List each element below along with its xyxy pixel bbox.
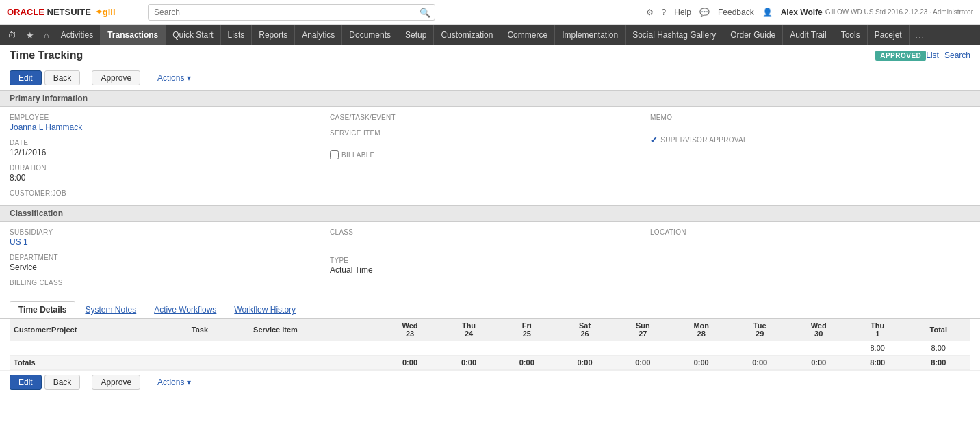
logo-gill: ✦gill <box>95 7 116 17</box>
nav-item-activities[interactable]: Activities <box>54 25 101 45</box>
nav-item-setup[interactable]: Setup <box>398 25 434 45</box>
data-sat26 <box>556 341 614 356</box>
user-sub: Gill OW WD US Std 2016.2.12.23 · Adminis… <box>825 8 973 16</box>
tab-system-notes[interactable]: System Notes <box>77 302 144 318</box>
tab-active-workflows[interactable]: Active Workflows <box>146 302 224 318</box>
nav-item-documents[interactable]: Documents <box>342 25 398 45</box>
edit-button-top[interactable]: Edit <box>10 70 42 85</box>
status-badge: APPROVED <box>875 51 926 61</box>
page-title: Time Tracking <box>10 49 866 62</box>
nav-star-icon[interactable]: ★ <box>21 27 39 43</box>
header-right: ⚙ ? Help 💬 Feedback 👤 Alex Wolfe Gill OW… <box>646 8 973 17</box>
employee-value[interactable]: Joanna L Hammack <box>10 122 330 132</box>
actions-button-bottom[interactable]: Actions ▾ <box>152 375 196 389</box>
employee-label: EMPLOYEE <box>10 114 330 121</box>
data-thu1: 8:00 <box>849 341 907 356</box>
totals-mon28: 0:00 <box>672 356 731 370</box>
customer-job-label: CUSTOMER:JOB <box>10 189 330 197</box>
nav-item-order-guide[interactable]: Order Guide <box>723 25 783 45</box>
toolbar-bottom: Edit Back Approve Actions ▾ <box>0 370 980 394</box>
billable-checkbox[interactable] <box>330 150 339 159</box>
totals-sun27: 0:00 <box>614 356 672 370</box>
data-customer-project <box>10 341 188 356</box>
nav-item-pacejet[interactable]: Pacejet <box>868 25 910 45</box>
nav-more-icon[interactable]: … <box>910 29 930 40</box>
nav-item-customization[interactable]: Customization <box>434 25 500 45</box>
totals-wed30: 0:00 <box>789 356 849 370</box>
back-button-bottom[interactable]: Back <box>44 375 81 390</box>
totals-sat26: 0:00 <box>556 356 614 370</box>
search-icon[interactable]: 🔍 <box>420 7 430 17</box>
help-icon[interactable]: ? <box>662 8 667 17</box>
col-header-service-item: Service Item <box>249 319 380 341</box>
feedback-icon[interactable]: 💬 <box>699 8 710 17</box>
totals-label: Totals <box>10 356 380 370</box>
nav-item-quickstart[interactable]: Quick Start <box>166 25 220 45</box>
nav-item-audit-trail[interactable]: Audit Trail <box>783 25 834 45</box>
user-icon: 👤 <box>762 8 773 17</box>
user-name: Alex Wolfe <box>781 8 823 17</box>
duration-label: DURATION <box>10 164 330 172</box>
classification-section-header: Classification <box>0 205 980 222</box>
settings-icon[interactable]: ⚙ <box>646 8 654 17</box>
totals-row: Totals 0:00 0:00 0:00 0:00 0:00 0:00 0:0… <box>10 356 970 370</box>
actions-button-top[interactable]: Actions ▾ <box>152 71 196 85</box>
billing-class-label: BILLING CLASS <box>10 279 330 287</box>
edit-button-bottom[interactable]: Edit <box>10 375 42 390</box>
divider-top <box>86 71 86 85</box>
col-header-total: Total <box>907 319 970 341</box>
approve-button-bottom[interactable]: Approve <box>92 375 140 390</box>
search-bar: 🔍 <box>148 4 435 21</box>
nav-item-implementation[interactable]: Implementation <box>555 25 626 45</box>
col-header-sat26: Sat26 <box>556 319 614 341</box>
duration-value: 8:00 <box>10 173 330 183</box>
department-value: Service <box>10 263 330 272</box>
date-value: 12/1/2016 <box>10 148 330 157</box>
totals-total: 8:00 <box>907 356 970 370</box>
nav-item-lists[interactable]: Lists <box>221 25 253 45</box>
nav-item-commerce[interactable]: Commerce <box>500 25 555 45</box>
supervisor-checkmark: ✔ <box>650 135 658 145</box>
nav-item-social-hashtag-gallery[interactable]: Social Hashtag Gallery <box>626 25 723 45</box>
user-info: Alex Wolfe Gill OW WD US Std 2016.2.12.2… <box>781 8 973 17</box>
back-button-top[interactable]: Back <box>44 70 81 85</box>
field-group-case: CASE/TASK/EVENT SERVICE ITEM BILLABLE <box>330 114 650 198</box>
data-total: 8:00 <box>907 341 970 356</box>
time-details-table: Customer:Project Task Service Item Wed23… <box>10 319 970 370</box>
nav-item-transactions[interactable]: Transactions <box>101 25 166 45</box>
totals-wed23: 0:00 <box>380 356 439 370</box>
col-header-mon28: Mon28 <box>672 319 731 341</box>
case-task-label: CASE/TASK/EVENT <box>330 114 650 121</box>
supervisor-label: SUPERVISOR APPROVAL <box>660 136 747 144</box>
nav-icons: ⏱ ★ ⌂ <box>3 27 54 43</box>
subsidiary-value[interactable]: US 1 <box>10 237 330 247</box>
search-link[interactable]: Search <box>944 51 970 60</box>
data-thu24 <box>440 341 498 356</box>
nav-items: Activities Transactions Quick Start List… <box>54 25 910 45</box>
nav-item-analytics[interactable]: Analytics <box>295 25 342 45</box>
col-header-wed30: Wed30 <box>789 319 849 341</box>
approve-button-top[interactable]: Approve <box>92 70 140 85</box>
list-link[interactable]: List <box>926 51 939 60</box>
date-label: DATE <box>10 139 330 146</box>
col-header-tue29: Tue29 <box>731 319 789 341</box>
col-header-fri25: Fri25 <box>498 319 556 341</box>
nav-home-icon[interactable]: ⌂ <box>39 27 54 43</box>
nav-item-reports[interactable]: Reports <box>252 25 295 45</box>
search-input[interactable] <box>148 4 435 21</box>
totals-thu24: 0:00 <box>440 356 498 370</box>
type-value: Actual Time <box>330 265 650 275</box>
type-label: TYPE <box>330 256 650 264</box>
primary-section-header: Primary Information <box>0 90 980 107</box>
nav-item-tools[interactable]: Tools <box>834 25 868 45</box>
data-service-item <box>249 341 380 356</box>
location-label: LOCATION <box>650 228 970 236</box>
data-mon28 <box>672 341 731 356</box>
nav-bar: ⏱ ★ ⌂ Activities Transactions Quick Star… <box>0 25 980 45</box>
tabs-bar: Time Details System Notes Active Workflo… <box>0 295 980 318</box>
tab-time-details[interactable]: Time Details <box>10 301 75 318</box>
page-header: Time Tracking APPROVED List Search <box>0 45 980 66</box>
nav-recent-icon[interactable]: ⏱ <box>3 27 21 43</box>
col-header-task: Task <box>188 319 249 341</box>
tab-workflow-history[interactable]: Workflow History <box>226 302 304 318</box>
